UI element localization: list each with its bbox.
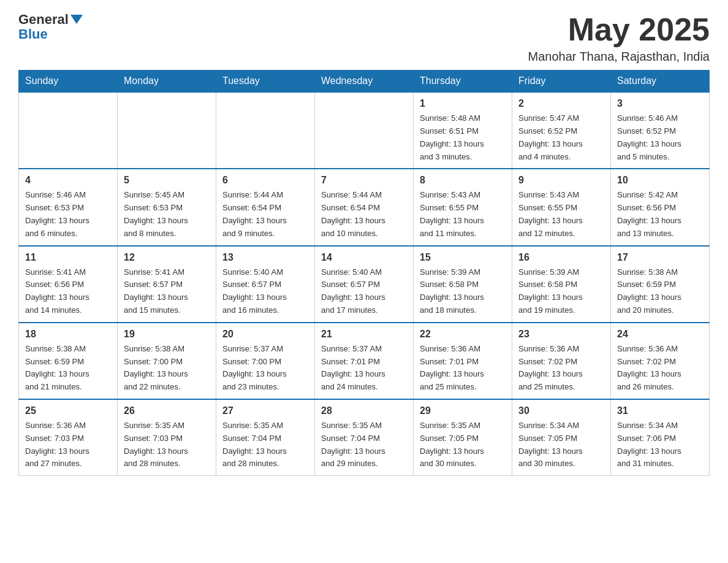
col-header-wednesday: Wednesday xyxy=(315,71,414,93)
calendar-cell: 5Sunrise: 5:45 AMSunset: 6:53 PMDaylight… xyxy=(118,169,216,245)
day-info: Sunrise: 5:35 AMSunset: 7:04 PMDaylight:… xyxy=(321,419,407,470)
week-row-3: 11Sunrise: 5:41 AMSunset: 6:56 PMDayligh… xyxy=(19,246,710,323)
day-number: 20 xyxy=(222,327,308,342)
day-info: Sunrise: 5:40 AMSunset: 6:57 PMDaylight:… xyxy=(321,266,407,317)
day-info: Sunrise: 5:39 AMSunset: 6:58 PMDaylight:… xyxy=(518,266,604,317)
day-info: Sunrise: 5:36 AMSunset: 7:02 PMDaylight:… xyxy=(617,343,703,394)
day-number: 26 xyxy=(124,404,210,418)
calendar-cell: 8Sunrise: 5:43 AMSunset: 6:55 PMDaylight… xyxy=(414,169,512,245)
day-number: 16 xyxy=(518,250,604,265)
day-info: Sunrise: 5:36 AMSunset: 7:02 PMDaylight:… xyxy=(518,343,604,394)
day-number: 30 xyxy=(518,404,604,418)
day-info: Sunrise: 5:42 AMSunset: 6:56 PMDaylight:… xyxy=(617,189,703,240)
week-row-5: 25Sunrise: 5:36 AMSunset: 7:03 PMDayligh… xyxy=(19,399,710,476)
day-info: Sunrise: 5:47 AMSunset: 6:52 PMDaylight:… xyxy=(518,112,604,163)
calendar-cell: 21Sunrise: 5:37 AMSunset: 7:01 PMDayligh… xyxy=(315,323,414,399)
calendar-cell: 15Sunrise: 5:39 AMSunset: 6:58 PMDayligh… xyxy=(414,246,512,323)
day-info: Sunrise: 5:48 AMSunset: 6:51 PMDaylight:… xyxy=(420,112,506,163)
header: General Blue May 2025 Manohar Thana, Raj… xyxy=(18,12,710,64)
calendar-cell: 2Sunrise: 5:47 AMSunset: 6:52 PMDaylight… xyxy=(512,92,611,169)
calendar-cell: 25Sunrise: 5:36 AMSunset: 7:03 PMDayligh… xyxy=(19,399,118,476)
calendar-cell: 3Sunrise: 5:46 AMSunset: 6:52 PMDaylight… xyxy=(611,92,710,169)
day-number: 6 xyxy=(222,173,308,188)
day-number: 23 xyxy=(518,327,604,342)
header-row: SundayMondayTuesdayWednesdayThursdayFrid… xyxy=(19,71,710,93)
col-header-tuesday: Tuesday xyxy=(216,71,315,93)
calendar-cell: 28Sunrise: 5:35 AMSunset: 7:04 PMDayligh… xyxy=(315,399,414,476)
day-info: Sunrise: 5:41 AMSunset: 6:57 PMDaylight:… xyxy=(124,266,210,317)
day-info: Sunrise: 5:41 AMSunset: 6:56 PMDaylight:… xyxy=(25,266,111,317)
day-number: 25 xyxy=(25,404,111,418)
day-number: 8 xyxy=(420,173,506,188)
day-number: 15 xyxy=(420,250,506,265)
day-info: Sunrise: 5:46 AMSunset: 6:53 PMDaylight:… xyxy=(25,189,111,240)
calendar-cell: 9Sunrise: 5:43 AMSunset: 6:55 PMDaylight… xyxy=(512,169,611,245)
calendar-cell: 19Sunrise: 5:38 AMSunset: 7:00 PMDayligh… xyxy=(118,323,216,399)
day-number: 10 xyxy=(617,173,703,188)
day-info: Sunrise: 5:44 AMSunset: 6:54 PMDaylight:… xyxy=(321,189,407,240)
calendar-cell: 26Sunrise: 5:35 AMSunset: 7:03 PMDayligh… xyxy=(118,399,216,476)
day-info: Sunrise: 5:35 AMSunset: 7:05 PMDaylight:… xyxy=(420,419,506,470)
day-info: Sunrise: 5:44 AMSunset: 6:54 PMDaylight:… xyxy=(222,189,308,240)
calendar-cell: 18Sunrise: 5:38 AMSunset: 6:59 PMDayligh… xyxy=(19,323,118,399)
calendar-cell: 7Sunrise: 5:44 AMSunset: 6:54 PMDaylight… xyxy=(315,169,414,245)
day-info: Sunrise: 5:35 AMSunset: 7:03 PMDaylight:… xyxy=(124,419,210,470)
day-info: Sunrise: 5:36 AMSunset: 7:03 PMDaylight:… xyxy=(25,419,111,470)
day-info: Sunrise: 5:34 AMSunset: 7:05 PMDaylight:… xyxy=(518,419,604,470)
day-number: 13 xyxy=(222,250,308,265)
day-info: Sunrise: 5:34 AMSunset: 7:06 PMDaylight:… xyxy=(617,419,703,470)
calendar-cell: 12Sunrise: 5:41 AMSunset: 6:57 PMDayligh… xyxy=(118,246,216,323)
calendar-cell: 14Sunrise: 5:40 AMSunset: 6:57 PMDayligh… xyxy=(315,246,414,323)
col-header-saturday: Saturday xyxy=(611,71,710,93)
day-info: Sunrise: 5:45 AMSunset: 6:53 PMDaylight:… xyxy=(124,189,210,240)
day-info: Sunrise: 5:35 AMSunset: 7:04 PMDaylight:… xyxy=(222,419,308,470)
day-number: 19 xyxy=(124,327,210,342)
calendar-cell: 11Sunrise: 5:41 AMSunset: 6:56 PMDayligh… xyxy=(19,246,118,323)
day-info: Sunrise: 5:38 AMSunset: 6:59 PMDaylight:… xyxy=(25,343,111,394)
calendar-cell: 29Sunrise: 5:35 AMSunset: 7:05 PMDayligh… xyxy=(414,399,512,476)
week-row-2: 4Sunrise: 5:46 AMSunset: 6:53 PMDaylight… xyxy=(19,169,710,245)
day-info: Sunrise: 5:39 AMSunset: 6:58 PMDaylight:… xyxy=(420,266,506,317)
calendar-table: SundayMondayTuesdayWednesdayThursdayFrid… xyxy=(18,70,710,476)
day-number: 2 xyxy=(518,96,604,111)
calendar-cell xyxy=(118,92,216,169)
day-number: 29 xyxy=(420,404,506,418)
week-row-4: 18Sunrise: 5:38 AMSunset: 6:59 PMDayligh… xyxy=(19,323,710,399)
calendar-cell: 6Sunrise: 5:44 AMSunset: 6:54 PMDaylight… xyxy=(216,169,315,245)
day-info: Sunrise: 5:37 AMSunset: 7:01 PMDaylight:… xyxy=(321,343,407,394)
day-info: Sunrise: 5:36 AMSunset: 7:01 PMDaylight:… xyxy=(420,343,506,394)
day-info: Sunrise: 5:38 AMSunset: 6:59 PMDaylight:… xyxy=(617,266,703,317)
day-number: 28 xyxy=(321,404,407,418)
logo-text-blue: Blue xyxy=(18,26,48,42)
calendar-cell: 24Sunrise: 5:36 AMSunset: 7:02 PMDayligh… xyxy=(611,323,710,399)
day-info: Sunrise: 5:43 AMSunset: 6:55 PMDaylight:… xyxy=(420,189,506,240)
day-info: Sunrise: 5:40 AMSunset: 6:57 PMDaylight:… xyxy=(222,266,308,317)
col-header-friday: Friday xyxy=(512,71,611,93)
day-info: Sunrise: 5:37 AMSunset: 7:00 PMDaylight:… xyxy=(222,343,308,394)
day-number: 24 xyxy=(617,327,703,342)
day-info: Sunrise: 5:43 AMSunset: 6:55 PMDaylight:… xyxy=(518,189,604,240)
calendar-cell: 16Sunrise: 5:39 AMSunset: 6:58 PMDayligh… xyxy=(512,246,611,323)
day-number: 14 xyxy=(321,250,407,265)
day-number: 22 xyxy=(420,327,506,342)
day-number: 9 xyxy=(518,173,604,188)
day-number: 1 xyxy=(420,96,506,111)
day-number: 7 xyxy=(321,173,407,188)
logo-text-general: General xyxy=(18,12,83,27)
col-header-sunday: Sunday xyxy=(19,71,118,93)
calendar-cell: 31Sunrise: 5:34 AMSunset: 7:06 PMDayligh… xyxy=(611,399,710,476)
title-area: May 2025 Manohar Thana, Rajasthan, India xyxy=(528,12,710,64)
calendar-cell xyxy=(216,92,315,169)
calendar-cell xyxy=(19,92,118,169)
day-number: 31 xyxy=(617,404,703,418)
day-number: 27 xyxy=(222,404,308,418)
location-subtitle: Manohar Thana, Rajasthan, India xyxy=(528,50,710,64)
calendar-cell: 27Sunrise: 5:35 AMSunset: 7:04 PMDayligh… xyxy=(216,399,315,476)
day-number: 5 xyxy=(124,173,210,188)
calendar-cell: 20Sunrise: 5:37 AMSunset: 7:00 PMDayligh… xyxy=(216,323,315,399)
day-info: Sunrise: 5:38 AMSunset: 7:00 PMDaylight:… xyxy=(124,343,210,394)
day-info: Sunrise: 5:46 AMSunset: 6:52 PMDaylight:… xyxy=(617,112,703,163)
col-header-monday: Monday xyxy=(118,71,216,93)
calendar-cell: 30Sunrise: 5:34 AMSunset: 7:05 PMDayligh… xyxy=(512,399,611,476)
calendar-cell: 17Sunrise: 5:38 AMSunset: 6:59 PMDayligh… xyxy=(611,246,710,323)
